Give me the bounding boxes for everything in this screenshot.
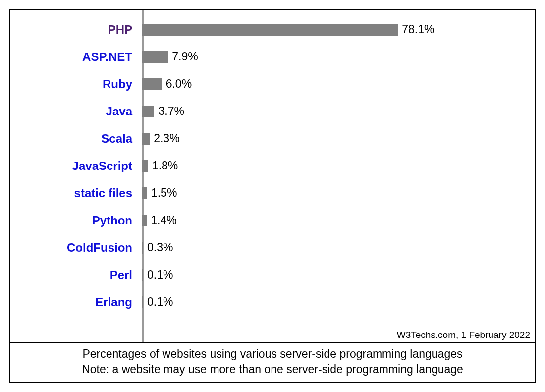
category-label[interactable]: Ruby <box>16 77 142 91</box>
category-label[interactable]: Perl <box>16 268 142 282</box>
bar <box>142 106 154 117</box>
category-label[interactable]: PHP <box>16 23 142 37</box>
category-label[interactable]: Java <box>16 105 142 118</box>
bar-cell: 6.0% <box>142 70 529 98</box>
bar-cell: 1.8% <box>142 152 529 179</box>
caption-line-2: Note: a website may use more than one se… <box>15 362 530 377</box>
value-label: 1.5% <box>147 186 177 200</box>
bar-cell: 78.1% <box>142 16 529 43</box>
value-label: 0.1% <box>143 268 173 281</box>
category-label[interactable]: Scala <box>16 132 142 146</box>
bar-row: Python1.4% <box>16 207 529 234</box>
bar-row: Ruby6.0% <box>16 70 529 98</box>
category-label[interactable]: Python <box>16 214 142 227</box>
bar-cell: 0.1% <box>142 288 529 316</box>
bar-cell: 1.4% <box>142 207 529 234</box>
bar-row: ASP.NET7.9% <box>16 43 529 70</box>
category-label[interactable]: Erlang <box>16 295 142 309</box>
category-label[interactable]: ColdFusion <box>16 241 142 255</box>
plot-area: PHP78.1%ASP.NET7.9%Ruby6.0%Java3.7%Scala… <box>10 10 535 342</box>
bar-row: ColdFusion0.3% <box>16 234 529 261</box>
source-attribution: W3Techs.com, 1 February 2022 <box>397 330 530 340</box>
bar <box>142 133 150 145</box>
bar-cell: 3.7% <box>142 98 529 125</box>
caption-line-1: Percentages of websites using various se… <box>15 346 530 362</box>
bar-row: static files1.5% <box>16 179 529 207</box>
value-label: 3.7% <box>154 105 184 118</box>
chart-container: PHP78.1%ASP.NET7.9%Ruby6.0%Java3.7%Scala… <box>9 9 536 383</box>
chart-caption: Percentages of websites using various se… <box>10 342 535 382</box>
category-label[interactable]: JavaScript <box>16 159 142 173</box>
bar-row: Erlang0.1% <box>16 288 529 316</box>
bar-cell: 7.9% <box>142 43 529 70</box>
bar <box>142 215 147 226</box>
value-label: 6.0% <box>162 77 192 91</box>
bar <box>142 51 168 63</box>
bar-row: JavaScript1.8% <box>16 152 529 179</box>
value-label: 2.3% <box>150 132 179 145</box>
bar-row: Java3.7% <box>16 98 529 125</box>
category-label[interactable]: static files <box>16 186 142 200</box>
bar-cell: 2.3% <box>142 125 529 152</box>
bar-row: Scala2.3% <box>16 125 529 152</box>
bar-cell: 0.3% <box>142 234 529 261</box>
value-label: 0.1% <box>143 295 173 309</box>
bar-cell: 1.5% <box>142 179 529 207</box>
bar-row: Perl0.1% <box>16 261 529 288</box>
bar <box>142 78 162 90</box>
bar-row: PHP78.1% <box>16 16 529 43</box>
value-label: 78.1% <box>398 23 434 36</box>
bar-cell: 0.1% <box>142 261 529 288</box>
bar <box>142 187 147 199</box>
value-label: 1.8% <box>148 159 178 172</box>
category-label[interactable]: ASP.NET <box>16 50 142 64</box>
value-label: 7.9% <box>168 50 198 63</box>
bar <box>142 24 398 36</box>
value-label: 0.3% <box>143 241 173 254</box>
value-label: 1.4% <box>147 214 176 227</box>
bar <box>142 160 148 172</box>
